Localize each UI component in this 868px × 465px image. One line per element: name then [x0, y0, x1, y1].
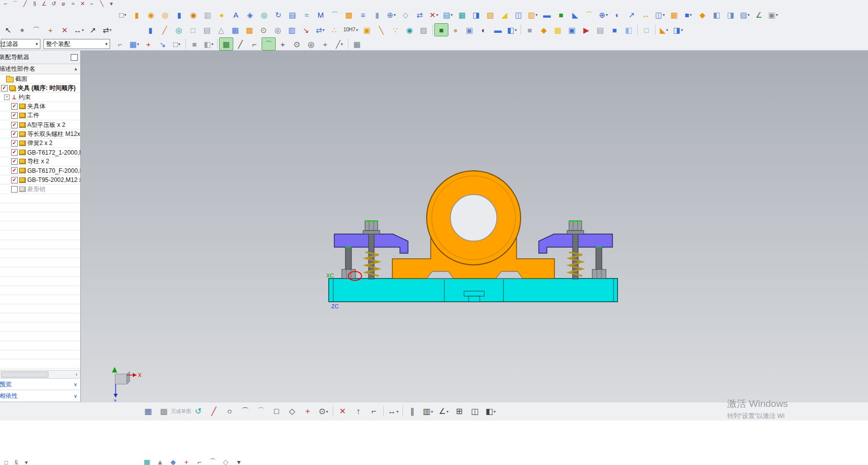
sphere-edit-icon[interactable]: ◉: [402, 23, 417, 36]
component-checkbox[interactable]: ✓: [11, 103, 18, 110]
swap-arrows-icon[interactable]: ⇄▾: [313, 23, 327, 36]
work-grid-icon[interactable]: ▦: [350, 37, 364, 51]
dropdown-caret-icon[interactable]: ▾: [431, 409, 433, 414]
quick-extend-icon[interactable]: ↑: [350, 404, 366, 418]
dropdown-caret-icon[interactable]: ▾: [436, 13, 438, 17]
orient-icon[interactable]: ↗: [86, 23, 100, 36]
point-icon[interactable]: +: [300, 404, 316, 418]
sweep-icon[interactable]: ⌒: [328, 8, 342, 21]
render-style-icon[interactable]: ◨▾: [671, 23, 685, 36]
cropped-tool-icon[interactable]: ✕: [78, 0, 87, 7]
cropped-corner-icon[interactable]: ▾: [21, 459, 31, 465]
sketch-grid-icon[interactable]: ▦: [140, 404, 156, 418]
cropped-tool-icon[interactable]: ∠: [39, 0, 49, 7]
sheet-body-icon[interactable]: ▤▾: [441, 8, 455, 21]
sew-icon[interactable]: ▦: [455, 8, 469, 21]
pattern-geometry-icon[interactable]: ⇄: [413, 8, 427, 21]
thread-icon[interactable]: M: [314, 8, 328, 21]
rotate-body-icon[interactable]: ↻: [271, 8, 285, 21]
tile-window-icon[interactable]: □: [639, 23, 653, 36]
dot-pattern-icon[interactable]: ∴: [327, 23, 341, 36]
shell-icon[interactable]: ◫: [512, 8, 526, 21]
dropdown-caret-icon[interactable]: ▾: [323, 28, 325, 32]
snap-center-icon[interactable]: ⊙: [290, 37, 304, 51]
tree-item[interactable]: ✓导柱 x 2: [0, 157, 80, 166]
tree-item[interactable]: ✓GB-T6170_F-2000,M: [0, 166, 80, 175]
make-corner-icon[interactable]: ⌐: [366, 404, 382, 418]
chevron-down-icon[interactable]: ∨: [74, 393, 77, 399]
rings-icon[interactable]: ◎: [172, 23, 186, 36]
clipboard-icon[interactable]: ⌐: [113, 37, 127, 51]
sheet-page-icon[interactable]: □: [186, 23, 200, 36]
cropped-bottom-icon[interactable]: ◇: [219, 458, 232, 465]
dropdown-caret-icon[interactable]: ▾: [606, 13, 608, 17]
panel-title-bar[interactable]: 装配导航器: [0, 51, 80, 64]
light-cube-icon[interactable]: ◧: [622, 23, 636, 36]
pattern-tool-icon[interactable]: ▩: [156, 404, 172, 418]
tree-item[interactable]: +⊥约束: [0, 92, 80, 102]
cropped-tool-icon[interactable]: ▾: [107, 0, 116, 7]
undock-button[interactable]: [71, 54, 78, 61]
sort-ascending-icon[interactable]: ▲: [74, 67, 78, 71]
snip-icon[interactable]: ✕: [58, 23, 72, 36]
cropped-tool-icon[interactable]: ╲: [97, 0, 107, 7]
cropped-tool-icon[interactable]: ⌀: [59, 0, 68, 7]
cropped-tool-icon[interactable]: ⌒: [11, 0, 20, 7]
tree-item[interactable]: ✓夹具 (顺序: 时间顺序): [0, 83, 80, 92]
snap-tangent-icon[interactable]: ⌒: [262, 37, 276, 51]
cropped-tool-icon[interactable]: ≈: [68, 0, 78, 7]
mirror-curve-icon[interactable]: ◫: [467, 404, 483, 418]
sphere-icon[interactable]: ●: [215, 8, 229, 21]
snap-endpoint-icon[interactable]: ╱: [233, 37, 247, 51]
iso-view-icon[interactable]: ◣▾: [657, 23, 671, 36]
snap-quadrant-icon[interactable]: ◎: [304, 37, 318, 51]
surface-c-icon[interactable]: ▨▾: [738, 8, 752, 21]
component-checkbox[interactable]: ✓: [11, 177, 18, 183]
emboss-icon[interactable]: ▧: [483, 8, 497, 21]
dropdown-caret-icon[interactable]: ▾: [178, 42, 180, 46]
circle-icon[interactable]: ○: [222, 404, 237, 418]
export-arrow-icon[interactable]: ↘: [299, 23, 313, 36]
red-play-icon[interactable]: ▶: [579, 23, 593, 36]
snap-point-plus-icon[interactable]: +: [318, 37, 332, 51]
scrollbar-thumb[interactable]: [1, 371, 48, 378]
offset-face-icon[interactable]: ↔: [639, 8, 653, 21]
checker-icon[interactable]: ▨: [417, 23, 431, 36]
cropped-tool-icon[interactable]: ↺: [49, 0, 59, 7]
beads-icon[interactable]: ∵: [388, 23, 402, 36]
dropdown-caret-icon[interactable]: ▾: [776, 13, 778, 17]
snap-angled-icon[interactable]: ╱▾: [332, 37, 346, 51]
orange-prism-icon[interactable]: ◆: [537, 23, 551, 36]
yellow-window-icon[interactable]: ▦: [551, 23, 565, 36]
extrude-icon[interactable]: ▮: [130, 8, 144, 21]
tree-item[interactable]: ✓工件: [0, 111, 80, 120]
cropped-bottom-icon[interactable]: ◆: [167, 458, 180, 465]
component-checkbox[interactable]: ✓: [11, 149, 18, 156]
cropped-bottom-icon[interactable]: ▲: [154, 458, 167, 465]
line-icon[interactable]: ╱: [206, 404, 222, 418]
selection-filter-icon[interactable]: ⌖: [15, 23, 29, 36]
chevron-down-icon[interactable]: ∨: [74, 382, 77, 387]
component-checkbox[interactable]: ✓: [11, 167, 18, 174]
edit-pencil-icon[interactable]: ╱: [158, 23, 172, 36]
selection-filter-dropdown[interactable]: 过滤器 ▾: [1, 39, 40, 49]
shaded-view-icon[interactable]: ■: [434, 23, 448, 36]
dropdown-caret-icon[interactable]: ▾: [394, 13, 396, 17]
chamfer-icon[interactable]: ◣: [568, 8, 582, 21]
cropped-tool-icon[interactable]: ╱: [20, 0, 30, 7]
layer-stack-icon[interactable]: ▤: [593, 23, 607, 36]
cropped-corner-icon[interactable]: □: [1, 459, 11, 465]
dropdown-caret-icon[interactable]: ▾: [666, 28, 668, 32]
report-icon[interactable]: ▥: [285, 23, 299, 36]
tree-item[interactable]: ✓GB-T6172_1-2000,M: [0, 148, 80, 157]
dropdown-caret-icon[interactable]: ▾: [326, 409, 328, 414]
gray-cube-b-icon[interactable]: ◧▾: [201, 37, 216, 51]
dropdown-caret-icon[interactable]: ▾: [356, 28, 358, 32]
helix-icon[interactable]: ◈: [243, 8, 257, 21]
component-checkbox[interactable]: ✓: [1, 85, 8, 91]
dropdown-caret-icon[interactable]: ▾: [494, 409, 496, 414]
solid-cube-icon[interactable]: ■▾: [681, 8, 695, 21]
measure-icon[interactable]: ↔▾: [385, 404, 401, 418]
display-monitor-icon[interactable]: ▬: [491, 23, 505, 36]
blue-cube-icon[interactable]: ■: [607, 23, 622, 36]
